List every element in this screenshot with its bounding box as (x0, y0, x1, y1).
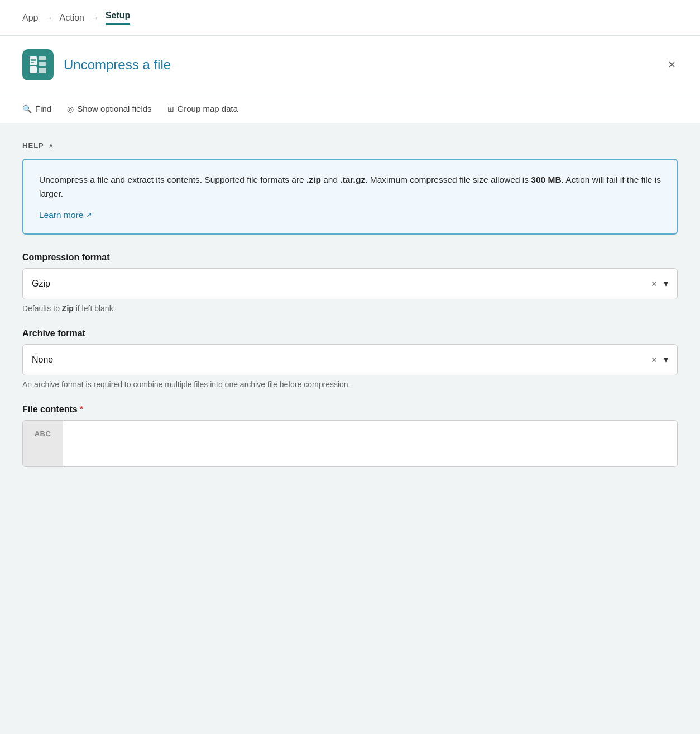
archive-format-section: Archive format None × ▾ An archive forma… (22, 328, 678, 389)
group-map-label: Group map data (178, 104, 238, 113)
archive-chevron-down-icon[interactable]: ▾ (664, 354, 668, 365)
top-nav: App → Action → Setup (0, 0, 700, 36)
archive-format-hint: An archive format is required to combine… (22, 380, 678, 389)
svg-rect-1 (30, 66, 37, 73)
compression-select-controls: × ▾ (651, 278, 668, 289)
page-title: Uncompress a file (64, 57, 171, 73)
title-prefix: Uncompress a (64, 57, 154, 72)
find-button[interactable]: 🔍 Find (22, 102, 51, 116)
app-icon-svg (28, 55, 48, 75)
show-optional-button[interactable]: ◎ Show optional fields (67, 102, 151, 116)
nav-setup[interactable]: Setup (106, 11, 130, 25)
help-header: HELP ∧ (22, 141, 678, 150)
app-icon (22, 49, 54, 80)
nav-arrow-2: → (91, 13, 99, 22)
svg-rect-2 (39, 56, 46, 60)
header-section: Uncompress a file × (0, 36, 700, 94)
compression-format-hint: Defaults to Zip if left blank. (22, 304, 678, 313)
external-link-icon: ↗ (86, 211, 92, 219)
header-left: Uncompress a file (22, 49, 171, 80)
compression-format-label: Compression format (22, 252, 678, 263)
toolbar: 🔍 Find ◎ Show optional fields ⊞ Group ma… (0, 94, 700, 123)
file-contents-label: File contents* (22, 404, 678, 414)
group-icon: ⊞ (167, 104, 174, 113)
help-chevron[interactable]: ∧ (49, 142, 54, 150)
file-contents-section: File contents* ABC (22, 404, 678, 467)
svg-rect-4 (39, 68, 46, 73)
archive-format-select[interactable]: None × ▾ (22, 344, 678, 375)
svg-rect-3 (39, 62, 46, 66)
nav-app[interactable]: App (22, 13, 38, 23)
search-icon: 🔍 (22, 104, 32, 113)
file-contents-wrapper: ABC (22, 420, 678, 467)
required-indicator: * (80, 404, 83, 414)
find-label: Find (35, 104, 51, 113)
help-description: Uncompress a file and extract its conten… (39, 173, 661, 201)
file-contents-input[interactable] (63, 421, 677, 466)
show-optional-label: Show optional fields (77, 104, 151, 113)
compression-format-value: Gzip (32, 279, 50, 289)
learn-more-label: Learn more (39, 210, 83, 220)
archive-format-clear[interactable]: × (651, 355, 657, 365)
eye-icon: ◎ (67, 104, 74, 113)
help-label: HELP (22, 141, 44, 150)
abc-badge: ABC (23, 421, 63, 466)
archive-format-label: Archive format (22, 328, 678, 339)
compression-format-select[interactable]: Gzip × ▾ (22, 268, 678, 299)
compression-format-section: Compression format Gzip × ▾ Defaults to … (22, 252, 678, 313)
chevron-down-icon[interactable]: ▾ (664, 278, 668, 289)
main-content: HELP ∧ Uncompress a file and extract its… (0, 123, 700, 501)
compression-format-clear[interactable]: × (651, 279, 657, 289)
nav-arrow-1: → (45, 13, 52, 22)
group-map-button[interactable]: ⊞ Group map data (167, 102, 238, 116)
nav-action[interactable]: Action (59, 13, 84, 23)
archive-select-controls: × ▾ (651, 354, 668, 365)
help-box: Uncompress a file and extract its conten… (22, 159, 678, 235)
learn-more-link[interactable]: Learn more ↗ (39, 210, 92, 220)
close-button[interactable]: × (666, 55, 678, 74)
help-section: HELP ∧ Uncompress a file and extract its… (22, 141, 678, 235)
archive-format-value: None (32, 355, 53, 365)
title-link[interactable]: file (154, 57, 171, 72)
